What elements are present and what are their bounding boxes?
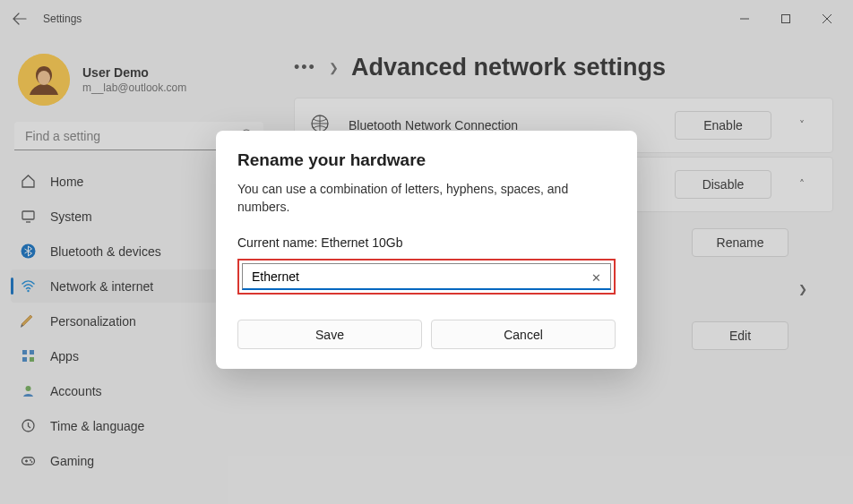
current-name-label: Current name: Ethernet 10Gb bbox=[237, 235, 616, 250]
modal-overlay: Rename your hardware You can use a combi… bbox=[0, 0, 853, 504]
dialog-title: Rename your hardware bbox=[237, 150, 616, 170]
clear-input-icon[interactable]: ✕ bbox=[591, 271, 601, 285]
cancel-button[interactable]: Cancel bbox=[431, 320, 616, 349]
rename-input[interactable] bbox=[242, 263, 611, 290]
save-button[interactable]: Save bbox=[237, 320, 422, 349]
dialog-description: You can use a combination of letters, hy… bbox=[237, 181, 616, 216]
rename-input-highlight: ✕ bbox=[237, 259, 616, 295]
rename-dialog: Rename your hardware You can use a combi… bbox=[216, 131, 637, 369]
